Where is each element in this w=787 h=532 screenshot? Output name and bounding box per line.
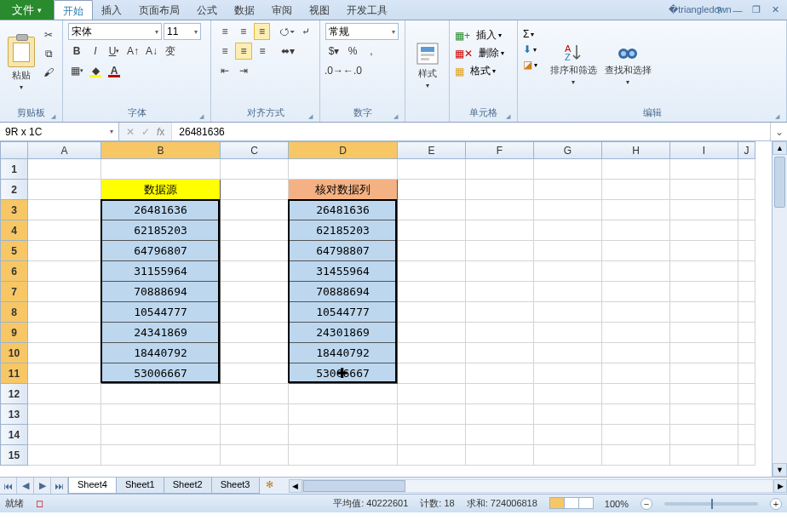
cell-I15[interactable] [670, 445, 738, 466]
cell-B3[interactable]: 26481636 [101, 200, 221, 220]
cell-C10[interactable] [221, 343, 289, 363]
cell-A13[interactable] [28, 404, 101, 425]
cell-E2[interactable] [398, 180, 466, 200]
font-size-combo[interactable]: 11▾ [164, 23, 201, 40]
cell-C6[interactable] [221, 261, 289, 282]
cell-F6[interactable] [466, 261, 534, 282]
cell-G4[interactable] [534, 220, 602, 241]
row-header-1[interactable]: 1 [1, 159, 28, 180]
cell-I5[interactable] [670, 241, 738, 261]
cell-I14[interactable] [670, 425, 738, 445]
cell-F4[interactable] [466, 220, 534, 241]
cell-B7[interactable]: 70888694 [101, 282, 221, 302]
sheet-nav-last-icon[interactable]: ⏭ [51, 478, 68, 494]
cell-C2[interactable] [221, 180, 289, 200]
cell-B10[interactable]: 18440792 [101, 343, 221, 363]
scroll-up-icon[interactable]: ▲ [773, 141, 787, 155]
cell-C13[interactable] [221, 404, 289, 425]
accounting-format-button[interactable]: $▾ [325, 43, 342, 60]
cell-F2[interactable] [466, 180, 534, 200]
cell-C5[interactable] [221, 241, 289, 261]
col-header-I[interactable]: I [670, 142, 738, 159]
cell-G14[interactable] [534, 425, 602, 445]
cell-H8[interactable] [602, 302, 670, 323]
cell-I13[interactable] [670, 404, 738, 425]
cell-A4[interactable] [28, 220, 101, 241]
cell-B12[interactable] [101, 384, 221, 404]
cell-B2[interactable]: 数据源 [101, 180, 221, 200]
cell-D8[interactable]: 10544777 [289, 302, 398, 323]
cell-F8[interactable] [466, 302, 534, 323]
tab-insert[interactable]: 插入 [93, 0, 130, 20]
cell-D10[interactable]: 18440792 [289, 343, 398, 363]
col-header-H[interactable]: H [602, 142, 670, 159]
font-name-combo[interactable]: 宋体▾ [68, 23, 162, 40]
cell-D14[interactable] [289, 425, 398, 445]
cell-A6[interactable] [28, 261, 101, 282]
row-header-10[interactable]: 10 [1, 343, 28, 363]
cell-C11[interactable] [221, 363, 289, 384]
increase-decimal-button[interactable]: .0→ [325, 62, 342, 79]
cell-D15[interactable] [289, 445, 398, 466]
cell-F9[interactable] [466, 323, 534, 343]
normal-view-icon[interactable] [549, 497, 565, 509]
cell-C1[interactable] [221, 159, 289, 180]
cell-B14[interactable] [101, 425, 221, 445]
cell-F7[interactable] [466, 282, 534, 302]
cell-A9[interactable] [28, 323, 101, 343]
format-painter-button[interactable]: 🖌 [40, 64, 57, 81]
row-header-7[interactable]: 7 [1, 282, 28, 302]
cell-H14[interactable] [602, 425, 670, 445]
decrease-font-button[interactable]: A↓ [143, 43, 160, 60]
cell-styles-button[interactable]: 样式 ▾ [411, 23, 444, 107]
cell-A7[interactable] [28, 282, 101, 302]
clear-button[interactable]: ◪▾ [523, 59, 537, 71]
cell-E12[interactable] [398, 384, 466, 404]
tab-file[interactable]: 文件 [0, 0, 54, 20]
row-header-15[interactable]: 15 [1, 445, 28, 466]
sheet-tab-sheet2[interactable]: Sheet2 [164, 478, 212, 494]
cell-G15[interactable] [534, 445, 602, 466]
insert-cells-button[interactable]: ▦+ 插入▾ [455, 28, 512, 43]
cell-I4[interactable] [670, 220, 738, 241]
row-header-8[interactable]: 8 [1, 302, 28, 323]
help-icon[interactable]: ? [712, 3, 726, 17]
col-header-D[interactable]: D [289, 142, 398, 159]
cell-B8[interactable]: 10544777 [101, 302, 221, 323]
fill-button[interactable]: ⬇▾ [523, 43, 537, 55]
cell-C7[interactable] [221, 282, 289, 302]
align-right-button[interactable]: ≡ [254, 43, 271, 60]
cell-G11[interactable] [534, 363, 602, 384]
cell-H6[interactable] [602, 261, 670, 282]
cell-A8[interactable] [28, 302, 101, 323]
cell-A12[interactable] [28, 384, 101, 404]
row-header-13[interactable]: 13 [1, 404, 28, 425]
window-minimize-icon[interactable]: — [731, 3, 744, 17]
cell-F5[interactable] [466, 241, 534, 261]
cell-C14[interactable] [221, 425, 289, 445]
cell-A2[interactable] [28, 180, 101, 200]
sheet-tab-sheet3[interactable]: Sheet3 [211, 478, 260, 494]
cell-C3[interactable] [221, 200, 289, 220]
cell-F15[interactable] [466, 445, 534, 466]
increase-indent-button[interactable]: ⇥ [235, 62, 252, 79]
cell-G3[interactable] [534, 200, 602, 220]
cell-A10[interactable] [28, 343, 101, 363]
cell-D3[interactable]: 26481636 [289, 200, 398, 220]
delete-cells-button[interactable]: ▦✕ 删除▾ [455, 46, 512, 60]
cell-G5[interactable] [534, 241, 602, 261]
cancel-formula-icon[interactable]: ✕ [126, 126, 135, 138]
fill-color-button[interactable]: ◆ [87, 62, 104, 79]
cell-B5[interactable]: 64796807 [101, 241, 221, 261]
cell-F3[interactable] [466, 200, 534, 220]
cell-I3[interactable] [670, 200, 738, 220]
cell-I10[interactable] [670, 343, 738, 363]
row-header-5[interactable]: 5 [1, 241, 28, 261]
tab-developer[interactable]: 开发工具 [338, 0, 396, 20]
borders-button[interactable]: ▦▾ [68, 62, 85, 79]
cell-H3[interactable] [602, 200, 670, 220]
page-layout-view-icon[interactable] [564, 497, 579, 509]
cell-I7[interactable] [670, 282, 738, 302]
align-center-button[interactable]: ≡ [235, 43, 252, 60]
cell-I1[interactable] [670, 159, 738, 180]
